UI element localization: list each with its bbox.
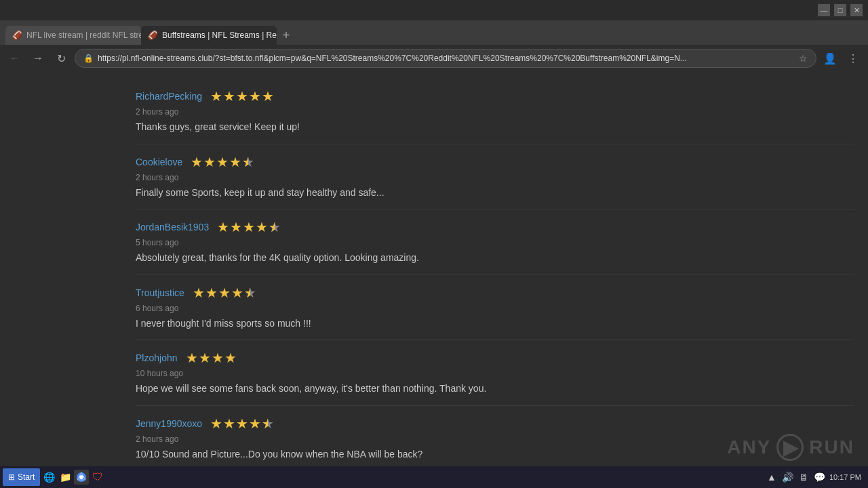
reviewer-name: Plzohjohn [136,352,178,363]
star-rating: ★★★★ [186,350,237,366]
star-half: ★★ [262,415,274,432]
tab-1[interactable]: 🏈 NFL live stream | reddit NFL stream...… [5,26,141,45]
review-item: RichardPecking ★★★★★ 2 hours ago Thanks … [136,79,854,144]
review-time: 6 hours ago [136,304,854,313]
tray-display-icon[interactable]: 🖥 [797,472,810,483]
star-full: ★ [210,88,222,104]
maximize-button[interactable]: □ [834,4,846,16]
review-header: Plzohjohn ★★★★ [136,350,854,366]
star-full: ★ [243,219,255,235]
review-time: 2 hours ago [136,434,854,444]
review-text: Thanks guys, great service! Keep it up! [136,121,854,134]
star-full: ★ [223,415,235,432]
taskbar-chrome-icon[interactable] [74,470,89,485]
star-full: ★ [216,154,229,170]
review-header: Jenny1990xoxo ★★★★★★ [136,415,854,432]
taskbar-ie-icon[interactable]: 🌐 [41,470,56,485]
star-rating: ★★★★★★ [217,219,281,235]
start-icon: ⊞ [8,472,15,482]
review-text: 10/10 Sound and Picture...Do you know wh… [136,448,854,462]
star-rating: ★★★★★ [210,88,274,104]
refresh-button[interactable]: ↻ [52,49,71,68]
star-full: ★ [205,285,218,301]
review-item: Cookielove ★★★★★★ 2 hours ago Finally so… [136,144,854,210]
review-header: JordanBesik1903 ★★★★★★ [136,219,854,235]
browser-chrome: — □ ✕ 🏈 NFL live stream | reddit NFL str… [0,0,868,72]
star-rating: ★★★★★★ [210,415,274,432]
url-text: https://pl.nfl-online-streams.club/?st=b… [98,54,795,63]
tray-arrow-icon[interactable]: ▲ [766,472,778,483]
reviewer-name: Cookielove [136,157,182,167]
reviewer-name: JordanBesik1903 [136,222,209,232]
star-full: ★ [249,88,261,104]
reviewer-name: Troutjustice [136,287,184,298]
review-item: Troutjustice ★★★★★★ 6 hours ago I never … [136,275,854,341]
star-full: ★ [218,285,231,301]
profile-button[interactable]: 👤 [821,49,840,68]
page-content: RichardPecking ★★★★★ 2 hours ago Thanks … [0,72,868,466]
minimize-button[interactable]: — [818,4,830,16]
tab-2[interactable]: 🏈 Buffstreams | NFL Streams | Reddit ...… [141,26,277,45]
taskbar: ⊞ Start 🌐 📁 🛡 ▲ 🔊 🖥 💬 10:17 PM [0,466,868,488]
star-rating: ★★★★★★ [191,154,254,170]
start-label: Start [18,472,35,482]
star-full: ★ [249,415,261,432]
taskbar-folder-icon[interactable]: 📁 [58,470,73,485]
star-half: ★★ [244,285,256,301]
new-tab-button[interactable]: + [277,26,296,45]
tab-label-1: NFL live stream | reddit NFL stream... [26,30,141,40]
review-text: Absolutely great, thanks for the 4K qual… [136,251,854,265]
star-full: ★ [236,415,248,432]
close-button[interactable]: ✕ [850,4,863,16]
back-button[interactable]: ← [5,49,24,68]
forward-button[interactable]: → [28,49,47,68]
star-half: ★★ [242,154,254,170]
taskbar-shield-icon[interactable]: 🛡 [90,470,105,485]
review-item: Jenny1990xoxo ★★★★★★ 2 hours ago 10/10 S… [136,406,854,466]
menu-button[interactable]: ⋮ [844,49,863,68]
star-full: ★ [199,350,211,366]
reviewer-name: RichardPecking [136,91,202,102]
star-full: ★ [193,285,205,301]
star-full: ★ [223,88,235,104]
star-full: ★ [210,415,222,432]
review-text: Hope we will see some fans back soon, an… [136,382,854,396]
lock-icon: 🔒 [83,54,94,63]
review-item: Plzohjohn ★★★★ 10 hours ago Hope we will… [136,340,854,406]
star-full: ★ [224,350,237,366]
tray-message-icon[interactable]: 💬 [812,472,827,483]
star-half: ★★ [269,219,281,235]
star-full: ★ [236,88,248,104]
window-controls: — □ ✕ [818,4,863,16]
star-full: ★ [203,154,216,170]
review-header: Cookielove ★★★★★★ [136,154,854,170]
star-full: ★ [217,219,229,235]
star-rating: ★★★★★★ [193,285,256,301]
svg-point-1 [79,475,83,479]
star-full: ★ [186,350,198,366]
system-tray: ▲ 🔊 🖥 💬 10:17 PM [762,472,865,483]
review-header: RichardPecking ★★★★★ [136,88,854,104]
review-time: 2 hours ago [136,107,854,117]
address-bar[interactable]: 🔒 https://pl.nfl-online-streams.club/?st… [75,49,816,68]
star-full: ★ [191,154,203,170]
tab-favicon-1: 🏈 [12,30,22,40]
clock: 10:17 PM [829,472,861,482]
tab-label-2: Buffstreams | NFL Streams | Reddit ... [162,30,277,40]
title-bar: — □ ✕ [0,0,868,20]
start-button[interactable]: ⊞ Start [3,468,40,486]
bookmark-icon[interactable]: ☆ [799,53,808,64]
tab-favicon-2: 🏈 [148,30,158,40]
review-item: JordanBesik1903 ★★★★★★ 5 hours ago Absol… [136,209,854,275]
tray-volume-icon[interactable]: 🔊 [781,472,795,483]
tabs-bar: 🏈 NFL live stream | reddit NFL stream...… [0,20,868,45]
review-header: Troutjustice ★★★★★★ [136,285,854,301]
star-full: ★ [230,219,242,235]
review-time: 10 hours ago [136,369,854,378]
review-text: Finally some Sports, keep it up and stay… [136,186,854,200]
reviewer-name: Jenny1990xoxo [136,418,202,429]
star-full: ★ [231,285,243,301]
review-time: 2 hours ago [136,173,854,182]
star-full: ★ [256,219,268,235]
address-bar-row: ← → ↻ 🔒 https://pl.nfl-online-streams.cl… [0,45,868,72]
